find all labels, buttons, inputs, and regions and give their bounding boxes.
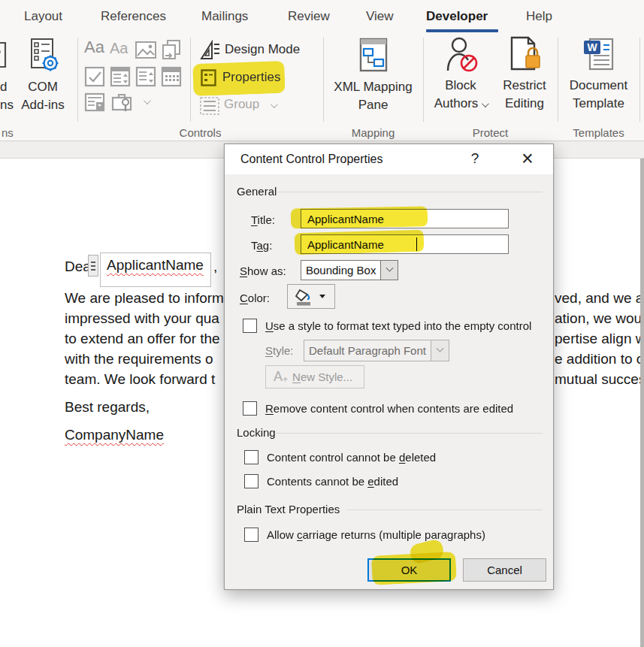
block-authors-label: Block Authors (428, 77, 493, 113)
design-mode-label: Design Mode (225, 42, 300, 57)
paragraph-line: team. We look forward t (65, 371, 215, 388)
cannot-edit-checkbox[interactable] (244, 474, 259, 488)
group-button[interactable]: Group (197, 94, 302, 116)
tab-view[interactable]: View (366, 9, 394, 24)
remove-control-checkbox-label: Remove content control when contents are… (265, 402, 513, 415)
tab-developer[interactable]: Developer (426, 9, 488, 24)
group-separator (639, 38, 640, 122)
dialog-title: Content Control Properties (240, 153, 382, 166)
design-mode-button[interactable]: Design Mode (197, 39, 310, 62)
addins-group-label-fragment: ns (0, 126, 17, 139)
color-dropdown-arrow-icon (319, 295, 325, 298)
document-template-button[interactable]: W Document Template (560, 35, 637, 120)
block-authors-button[interactable]: Block Authors (428, 35, 493, 120)
new-style-button: A+ New Style... (265, 365, 364, 389)
checkbox-control-button[interactable] (84, 66, 105, 87)
color-label: Color: (240, 292, 270, 304)
word-addins-label-fragment2: ns (0, 98, 14, 113)
templates-group-label: Templates (558, 126, 639, 139)
restrict-editing-button[interactable]: Restrict Editing (492, 35, 557, 120)
paragraph-line: impressed with your qua (65, 310, 219, 327)
style-chevron-icon (431, 340, 449, 361)
color-picker-button[interactable] (287, 284, 335, 309)
tab-layout[interactable]: Layout (24, 9, 62, 24)
dialog-titlebar[interactable]: Content Control Properties ? × (225, 144, 553, 174)
tag-label: Tag: (251, 239, 272, 252)
content-control-handle[interactable] (88, 255, 98, 277)
dropdown-list-control-button[interactable] (135, 66, 156, 87)
section-rule (276, 433, 543, 434)
paragraph-line: with the requirements o (65, 351, 213, 367)
active-tab-underline (426, 29, 498, 32)
group-separator (423, 38, 424, 122)
signature-line: CompanyName (65, 427, 164, 443)
properties-label: Properties (222, 70, 280, 85)
tab-help[interactable]: Help (526, 9, 552, 24)
show-as-label: Show as: (240, 265, 286, 277)
ok-button[interactable]: OK (367, 558, 451, 582)
combo-box-control-button[interactable] (110, 66, 131, 87)
controls-group-label: Controls (77, 126, 323, 139)
paragraph-line-right: e addition to ou (555, 351, 644, 367)
section-locking: Locking (237, 426, 276, 439)
com-addins-button[interactable]: COM Add-ins (14, 36, 72, 120)
section-plain-text: Plain Text Properties (237, 503, 340, 515)
cannot-delete-checkbox[interactable] (244, 450, 259, 464)
mapping-group-label: Mapping (323, 126, 423, 139)
greeting-suffix: , (213, 258, 217, 275)
group-chevron-icon (271, 101, 278, 108)
content-control-text[interactable]: ApplicantName (107, 257, 204, 274)
style-label: Style: (265, 344, 294, 357)
use-style-checkbox-label: Use a style to format text typed into th… (265, 319, 531, 332)
use-style-checkbox[interactable] (243, 319, 257, 333)
document-template-label: Document Template (560, 77, 637, 113)
carriage-returns-checkbox[interactable] (244, 528, 259, 542)
building-block-gallery-control-button[interactable] (84, 92, 105, 112)
paragraph-line: to extend an offer for the (65, 331, 220, 347)
title-input[interactable]: ApplicantName (301, 209, 509, 228)
content-control-properties-dialog: Content Control Properties ? × General T… (224, 144, 554, 590)
paragraph-line-right: pertise align w (555, 331, 644, 347)
dialog-close-icon[interactable]: × (512, 146, 543, 171)
title-label: Title: (251, 213, 275, 226)
group-separator (77, 38, 78, 122)
paragraph-line-right: mutual succes (555, 371, 644, 388)
cannot-delete-checkbox-label: Content control cannot be deleted (267, 451, 436, 464)
dialog-help-button[interactable]: ? (464, 150, 486, 170)
rich-text-control-button[interactable]: Aa (84, 38, 105, 60)
legacy-tools-button[interactable] (111, 92, 134, 113)
design-mode-icon (199, 40, 220, 61)
cannot-edit-checkbox-label: Contents cannot be edited (267, 475, 398, 488)
svg-text:W: W (587, 41, 597, 53)
cancel-button[interactable]: Cancel (463, 558, 546, 582)
paragraph-line-right: ved, and we ar (555, 290, 644, 307)
plain-text-control-button[interactable]: Aa (110, 40, 131, 61)
com-addins-label: COM Add-ins (14, 78, 72, 114)
xml-mapping-pane-label: XML Mapping Pane (323, 78, 423, 114)
ribbon: Layout References Mailings Review View D… (0, 0, 644, 141)
closing-line: Best regards, (65, 399, 150, 416)
show-as-chevron-icon[interactable] (380, 261, 398, 280)
show-as-dropdown[interactable]: Bounding Box (301, 260, 398, 280)
tab-mailings[interactable]: Mailings (201, 9, 248, 24)
legacy-tools-chevron-icon[interactable] (144, 97, 151, 104)
tab-references[interactable]: References (101, 9, 166, 24)
group-separator (558, 38, 558, 122)
properties-button[interactable]: Properties (197, 66, 302, 89)
tag-input[interactable]: ApplicantName (301, 234, 509, 254)
paint-bucket-icon (294, 287, 313, 307)
restrict-editing-icon (507, 36, 542, 72)
word-addins-icon[interactable] (0, 41, 7, 68)
section-rule (277, 192, 543, 192)
picture-control-button[interactable] (135, 41, 156, 59)
block-authors-chevron-icon (482, 100, 489, 107)
date-picker-control-button[interactable] (161, 66, 182, 87)
style-dropdown: Default Paragraph Font (304, 340, 449, 361)
xml-mapping-pane-button[interactable]: XML Mapping Pane (323, 36, 423, 120)
tab-review[interactable]: Review (288, 9, 330, 24)
repeating-section-control-button[interactable] (161, 39, 182, 60)
show-as-value: Bounding Box (301, 261, 380, 280)
document-template-icon: W (581, 36, 617, 72)
text-cursor (416, 237, 417, 251)
remove-control-checkbox[interactable] (243, 401, 257, 416)
